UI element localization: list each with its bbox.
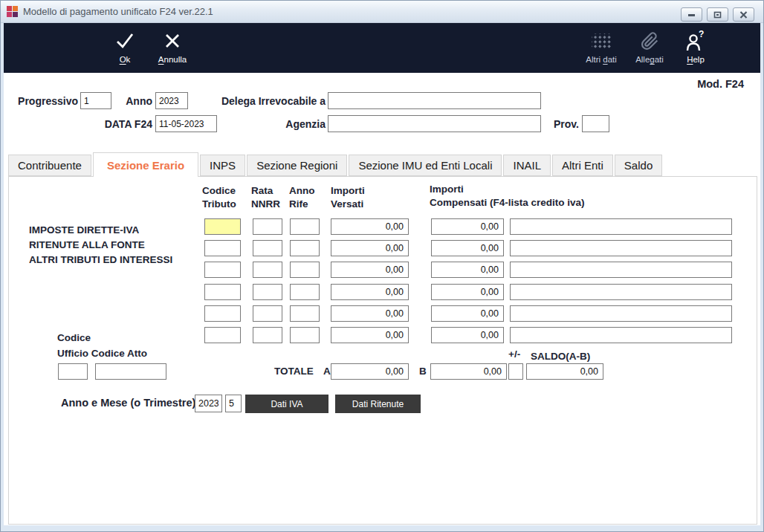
codice-tributo-input[interactable]: [204, 327, 241, 343]
rata-input[interactable]: [253, 327, 282, 343]
col-importi-versati: ImportiVersati: [331, 184, 365, 211]
codice-atto-input[interactable]: [95, 363, 166, 380]
anno-rife-input[interactable]: [290, 327, 320, 343]
data-f24-label: DATA F24: [78, 118, 152, 130]
window-frame-right: [760, 23, 763, 525]
importi-versati-input[interactable]: [331, 262, 409, 278]
importi-compensati-input[interactable]: [431, 305, 504, 322]
codice-tributo-input[interactable]: [204, 262, 241, 278]
tab-inail[interactable]: INAIL: [503, 155, 551, 176]
check-icon: [114, 29, 135, 53]
importi-versati-input[interactable]: [331, 327, 409, 343]
anno-mese-label: Anno e Mese (o Trimestre): [61, 397, 195, 409]
rata-input[interactable]: [253, 284, 282, 300]
codice-tributo-input[interactable]: [204, 284, 241, 300]
window-controls: [681, 7, 754, 22]
altri-dati-button[interactable]: Altri dati: [574, 29, 629, 64]
importi-compensati-input[interactable]: [431, 327, 504, 343]
importi-compensati-input[interactable]: [431, 218, 504, 235]
tab-altri-enti[interactable]: Altri Enti: [552, 155, 613, 176]
dati-iva-button[interactable]: Dati IVA: [245, 395, 328, 413]
codice-ufficio-label-line1: Codice: [57, 332, 91, 343]
minimize-button[interactable]: [681, 7, 702, 22]
mod-f24-label: Mod. F24: [697, 78, 744, 90]
close-button[interactable]: [733, 7, 754, 22]
descrizione-input[interactable]: [510, 240, 732, 256]
importi-compensati-input[interactable]: [431, 240, 504, 256]
f24-window: Modello di pagamento unificato F24 ver.2…: [0, 0, 764, 532]
descrizione-input[interactable]: [510, 218, 732, 235]
importi-versati-input[interactable]: [331, 240, 409, 256]
client-area: Ok Annulla Altri dati Allegati: [4, 23, 760, 525]
periodo-anno-input[interactable]: [195, 395, 222, 412]
title-bar: Modello di pagamento unificato F24 ver.2…: [1, 1, 763, 23]
descrizione-input[interactable]: [510, 305, 732, 322]
paperclip-icon: [641, 29, 659, 53]
erario-panel: CodiceTributo RataNNRR AnnoRife ImportiV…: [8, 176, 757, 525]
x-icon: [164, 29, 181, 53]
anno-rife-input[interactable]: [290, 218, 320, 235]
tab-saldo[interactable]: Saldo: [615, 155, 662, 176]
descrizione-input[interactable]: [510, 262, 732, 278]
descrizione-input[interactable]: [510, 327, 732, 343]
dati-ritenute-button[interactable]: Dati Ritenute: [335, 395, 421, 413]
anno-rife-input[interactable]: [290, 262, 320, 278]
codice-tributo-input[interactable]: [204, 305, 241, 322]
close-icon: [739, 11, 748, 19]
tab-sezione-imu[interactable]: Sezione IMU ed Enti Locali: [349, 155, 502, 176]
codice-ufficio-input[interactable]: [58, 363, 88, 380]
importi-compensati-input[interactable]: [431, 284, 504, 300]
anno-input[interactable]: [155, 92, 188, 109]
caption-imposte: IMPOSTE DIRETTE-IVA: [29, 223, 172, 238]
totale-a-label: A: [323, 366, 331, 377]
codice-ufficio-label-line2: Ufficio Codice Atto: [57, 348, 147, 359]
anno-rife-input[interactable]: [290, 284, 320, 300]
importi-compensati-input[interactable]: [431, 262, 504, 278]
section-captions: IMPOSTE DIRETTE-IVA RITENUTE ALLA FONTE …: [29, 223, 172, 267]
caption-altri-tributi: ALTRI TRIBUTI ED INTERESSI: [29, 253, 172, 267]
app-icon: [7, 6, 18, 17]
codice-tributo-input[interactable]: [204, 218, 241, 235]
delega-input[interactable]: [328, 92, 541, 109]
saldo-input[interactable]: [526, 363, 603, 380]
totale-b-label: B: [419, 366, 427, 377]
annulla-button[interactable]: Annulla: [145, 29, 200, 64]
main-toolbar: Ok Annulla Altri dati Allegati: [4, 23, 760, 73]
rata-input[interactable]: [253, 240, 282, 256]
importi-versati-input[interactable]: [331, 218, 409, 235]
tab-inps[interactable]: INPS: [200, 155, 245, 176]
rata-input[interactable]: [253, 305, 282, 322]
anno-rife-input[interactable]: [290, 240, 320, 256]
rata-input[interactable]: [253, 218, 282, 235]
prov-input[interactable]: [582, 115, 609, 132]
importi-versati-input[interactable]: [331, 284, 409, 300]
grid-icon: [592, 29, 611, 53]
totale-a-input[interactable]: [331, 363, 409, 380]
anno-rife-input[interactable]: [290, 305, 320, 322]
tab-contribuente[interactable]: Contribuente: [8, 155, 91, 176]
progressivo-label: Progressivo: [16, 95, 78, 107]
help-label: Help: [687, 55, 705, 64]
segno-input[interactable]: [508, 363, 523, 380]
totale-b-input[interactable]: [430, 363, 507, 380]
tab-sezione-regioni[interactable]: Sezione Regioni: [247, 155, 347, 176]
tab-sezione-erario[interactable]: Sezione Erario: [93, 152, 198, 177]
data-f24-input[interactable]: [155, 115, 217, 132]
restore-button[interactable]: [707, 7, 728, 22]
agenzia-input[interactable]: [328, 115, 541, 132]
altri-dati-label: Altri dati: [586, 55, 617, 64]
importi-versati-input[interactable]: [331, 305, 409, 322]
rata-input[interactable]: [253, 262, 282, 278]
annulla-label: Annulla: [158, 55, 187, 64]
codice-tributo-input[interactable]: [204, 240, 241, 256]
periodo-mese-input[interactable]: [225, 395, 242, 412]
anno-label: Anno: [112, 95, 152, 107]
agenzia-label: Agenzia: [210, 118, 326, 130]
col-importi-compensati: ImportiCompensati (F4-lista credito iva): [430, 183, 585, 210]
progressivo-input[interactable]: [80, 92, 111, 109]
caption-ritenute: RITENUTE ALLA FONTE: [29, 238, 172, 253]
svg-text:?: ?: [699, 30, 704, 39]
help-button[interactable]: ? Help: [668, 29, 723, 64]
ok-button[interactable]: Ok: [97, 29, 152, 64]
descrizione-input[interactable]: [510, 284, 732, 300]
